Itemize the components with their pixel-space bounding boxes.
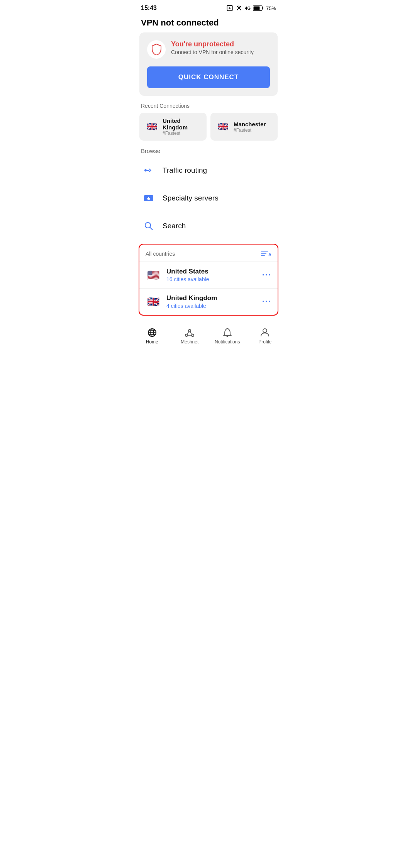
page-title: VPN not connected [141, 18, 219, 27]
svg-text:A: A [268, 252, 271, 257]
specialty-servers-label: Specialty servers [163, 194, 219, 202]
us-more-button[interactable]: ··· [262, 270, 271, 280]
recent-connections-label: Recent Connections [133, 96, 284, 113]
specialty-servers-icon [142, 192, 155, 204]
mute-icon [236, 5, 242, 12]
unprotected-label: You're unprotected [171, 40, 254, 48]
search-icon [142, 220, 155, 232]
svg-rect-2 [262, 7, 263, 9]
vpn-status-card: You're unprotected Connect to VPN for on… [139, 32, 278, 96]
svg-point-16 [188, 330, 191, 332]
recent-country-name-1: United Kingdom [163, 117, 201, 131]
us-cities: 16 cities available [166, 276, 257, 282]
recent-tag-2: #Fastest [234, 127, 266, 133]
home-label: Home [146, 339, 158, 345]
vpn-status-text: You're unprotected Connect to VPN for on… [171, 40, 254, 55]
nav-home[interactable]: Home [133, 326, 171, 346]
us-info: United States 16 cities available [166, 268, 257, 282]
profile-icon [260, 328, 270, 338]
status-icons: 4G 75% [226, 5, 276, 12]
svg-point-17 [185, 334, 188, 336]
traffic-routing-label: Traffic routing [163, 166, 207, 175]
uk-more-button[interactable]: ··· [262, 297, 271, 307]
traffic-routing-icon [142, 164, 155, 177]
quick-connect-button[interactable]: QUICK CONNECT [147, 66, 270, 88]
search-item[interactable]: Search [133, 212, 284, 240]
us-flag: 🇺🇸 [146, 267, 161, 283]
nav-notifications[interactable]: Notifications [208, 326, 246, 346]
signal-icon: 4G [245, 6, 251, 10]
svg-line-20 [190, 332, 193, 334]
recent-country-name-2: Manchester [234, 121, 266, 127]
notifications-label: Notifications [215, 339, 240, 345]
traffic-routing-item[interactable]: Traffic routing [133, 156, 284, 184]
svg-line-8 [150, 228, 153, 230]
page-header: VPN not connected [133, 15, 284, 32]
nav-profile[interactable]: Profile [246, 326, 284, 346]
manchester-flag: 🇬🇧 [216, 120, 230, 134]
meshnet-icon [185, 328, 195, 338]
status-time: 15:43 [141, 5, 157, 12]
notifications-icon [223, 328, 232, 338]
svg-point-18 [192, 334, 194, 336]
nfc-icon [226, 5, 233, 12]
nav-meshnet[interactable]: Meshnet [171, 326, 209, 346]
search-label: Search [163, 222, 186, 230]
recent-connections-list: 🇬🇧 United Kingdom #Fastest 🇬🇧 Manchester… [133, 113, 284, 141]
browse-section-label: Browse [133, 141, 284, 156]
specialty-servers-item[interactable]: Specialty servers [133, 184, 284, 212]
uk-cities: 4 cities available [166, 303, 257, 309]
uk-info: United Kingdom 4 cities available [166, 294, 257, 309]
recent-item-manchester[interactable]: 🇬🇧 Manchester #Fastest [210, 113, 278, 141]
profile-label: Profile [258, 339, 271, 345]
svg-line-19 [186, 332, 190, 334]
country-row-uk[interactable]: 🇬🇧 United Kingdom 4 cities available ··· [139, 288, 278, 315]
svg-rect-3 [253, 7, 259, 10]
uk-flag: 🇬🇧 [145, 120, 159, 134]
svg-point-22 [263, 329, 267, 333]
us-country-name: United States [166, 268, 257, 275]
all-countries-label: All countries [146, 251, 175, 257]
bottom-nav: Home Meshnet Notifications [133, 322, 284, 352]
recent-tag-1: #Fastest [163, 131, 201, 136]
battery-percentage: 75% [266, 5, 276, 11]
country-row-us[interactable]: 🇺🇸 United States 16 cities available ··· [139, 262, 278, 288]
recent-item-uk[interactable]: 🇬🇧 United Kingdom #Fastest [139, 113, 207, 141]
status-bar: 15:43 4G 75% [133, 0, 284, 15]
countries-header: All countries A [139, 245, 278, 262]
sort-icon[interactable]: A [261, 250, 271, 258]
vpn-subtitle: Connect to VPN for online security [171, 49, 254, 55]
vpn-status-row: You're unprotected Connect to VPN for on… [147, 40, 270, 59]
uk-country-name: United Kingdom [166, 294, 257, 302]
all-countries-section: All countries A 🇺🇸 United States 16 citi… [139, 244, 278, 316]
home-icon [147, 328, 157, 338]
battery-icon [253, 5, 264, 11]
meshnet-label: Meshnet [181, 339, 198, 345]
shield-icon [147, 40, 166, 59]
uk-flag-list: 🇬🇧 [146, 294, 161, 309]
